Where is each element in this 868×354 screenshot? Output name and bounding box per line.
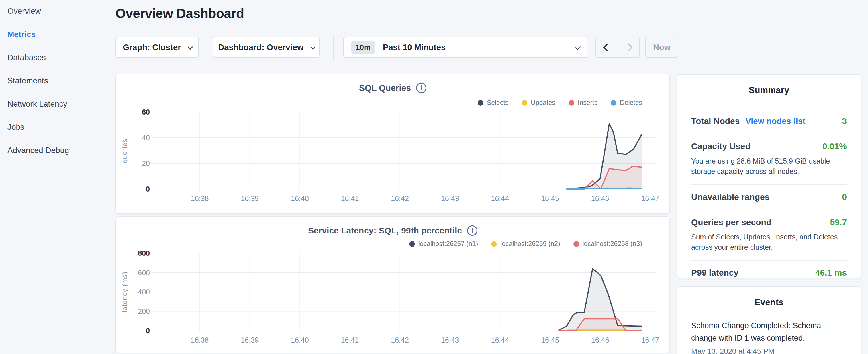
- sidebar-item-network-latency[interactable]: Network Latency: [7, 99, 67, 108]
- service-latency-chart-card: Service Latency: SQL, 99th percentile i …: [116, 216, 670, 353]
- summary-row: Total NodesView nodes list3: [691, 109, 847, 134]
- event-text: Schema Change Completed: Schema change w…: [691, 320, 847, 344]
- time-range-label: Past 10 Minutes: [383, 43, 445, 52]
- svg-text:16:47: 16:47: [641, 336, 659, 344]
- sidebar-item-statements[interactable]: Statements: [7, 76, 48, 85]
- svg-text:16:39: 16:39: [241, 194, 259, 202]
- sidebar-item-overview[interactable]: Overview: [7, 7, 41, 16]
- summary-row-value: 46.1 ms: [815, 268, 847, 278]
- dashboard-dropdown-label: Dashboard: Overview: [218, 43, 304, 52]
- summary-row-value: 0: [842, 192, 847, 202]
- svg-text:16:42: 16:42: [391, 194, 409, 202]
- summary-row: Unavailable ranges0: [691, 185, 847, 210]
- summary-title: Summary: [691, 85, 847, 95]
- event-timestamp: May 13, 2020 at 4:45 PM: [691, 347, 847, 354]
- chevron-right-icon: [625, 43, 633, 51]
- sidebar-item-advanced-debug[interactable]: Advanced Debug: [7, 146, 69, 155]
- summary-row-label: Capacity Used: [691, 141, 750, 151]
- svg-text:20: 20: [142, 159, 150, 167]
- svg-text:16:39: 16:39: [241, 336, 259, 344]
- svg-text:40: 40: [142, 134, 150, 142]
- events-title: Events: [691, 297, 847, 308]
- now-button[interactable]: Now: [645, 37, 678, 58]
- svg-text:60: 60: [142, 108, 150, 116]
- svg-text:16:40: 16:40: [291, 336, 309, 344]
- svg-text:600: 600: [138, 269, 150, 277]
- sql-queries-chart-card: SQL Queries i SelectsUpdatesInsertsDelet…: [116, 74, 670, 214]
- svg-text:16:45: 16:45: [541, 194, 559, 202]
- summary-row: Capacity Used0.01%You are using 28.6 MiB…: [691, 134, 847, 185]
- chevron-down-icon: [310, 44, 315, 49]
- sidebar-item-jobs[interactable]: Jobs: [7, 123, 24, 132]
- service-latency-chart[interactable]: 16:3816:3916:4016:4116:4216:4316:4416:45…: [116, 217, 671, 354]
- svg-text:16:43: 16:43: [441, 336, 459, 344]
- svg-text:16:41: 16:41: [341, 194, 359, 202]
- svg-text:16:38: 16:38: [191, 336, 209, 344]
- svg-text:800: 800: [138, 249, 150, 257]
- svg-text:16:46: 16:46: [591, 194, 609, 202]
- time-range-select[interactable]: 10m Past 10 Minutes: [343, 37, 587, 58]
- svg-text:16:44: 16:44: [491, 336, 509, 344]
- summary-rows: Total NodesView nodes list3Capacity Used…: [691, 109, 847, 285]
- summary-row-value: 3: [842, 116, 847, 126]
- events-panel: Events Schema Change Completed: Schema c…: [677, 286, 861, 354]
- svg-text:16:47: 16:47: [641, 194, 659, 202]
- svg-text:16:46: 16:46: [591, 336, 609, 344]
- summary-row-label: Unavailable ranges: [691, 192, 769, 202]
- svg-text:16:40: 16:40: [291, 194, 309, 202]
- sidebar-item-metrics[interactable]: Metrics: [7, 30, 35, 39]
- svg-text:0: 0: [146, 185, 150, 193]
- summary-row-value: 59.7: [830, 217, 847, 227]
- svg-text:400: 400: [138, 288, 150, 296]
- svg-text:16:43: 16:43: [441, 194, 459, 202]
- graph-dropdown-label: Graph: Cluster: [123, 43, 181, 52]
- page-title: Overview Dashboard: [116, 6, 244, 21]
- event-item[interactable]: Schema Change Completed: Schema change w…: [691, 320, 847, 354]
- events-list: Schema Change Completed: Schema change w…: [691, 320, 847, 354]
- sidebar-item-databases[interactable]: Databases: [7, 53, 46, 62]
- time-back-button[interactable]: [596, 37, 618, 57]
- summary-row: P99 latency46.1 ms: [691, 260, 847, 285]
- svg-text:16:38: 16:38: [191, 194, 209, 202]
- time-range-badge: 10m: [351, 41, 375, 54]
- summary-row-label: P99 latency: [691, 268, 739, 278]
- svg-text:0: 0: [146, 326, 150, 334]
- summary-row-description: You are using 28.6 MiB of 515.9 GiB usab…: [691, 156, 847, 177]
- chevron-down-icon: [574, 43, 581, 50]
- summary-row: Queries per second59.7Sum of Selects, Up…: [691, 210, 847, 260]
- chevron-down-icon: [187, 44, 192, 49]
- summary-row-value: 0.01%: [823, 141, 847, 151]
- summary-row-description: Sum of Selects, Updates, Inserts, and De…: [691, 232, 847, 253]
- svg-text:16:44: 16:44: [491, 194, 509, 202]
- time-window-stepper: [595, 37, 640, 58]
- time-forward-button[interactable]: [618, 37, 640, 57]
- controls-divider: [333, 35, 334, 60]
- dashboard-dropdown[interactable]: Dashboard: Overview: [213, 37, 319, 58]
- svg-text:200: 200: [138, 307, 150, 315]
- chevron-left-icon: [603, 43, 611, 51]
- summary-row-label: Total Nodes: [691, 116, 740, 126]
- svg-text:16:42: 16:42: [391, 336, 409, 344]
- graph-dropdown[interactable]: Graph: Cluster: [116, 37, 199, 58]
- svg-text:16:45: 16:45: [541, 336, 559, 344]
- summary-panel: Summary Total NodesView nodes list3Capac…: [677, 74, 861, 279]
- view-nodes-list-link[interactable]: View nodes list: [745, 117, 805, 126]
- sql-queries-chart[interactable]: 16:3816:3916:4016:4116:4216:4316:4416:45…: [116, 74, 671, 215]
- svg-text:16:41: 16:41: [341, 336, 359, 344]
- summary-row-label: Queries per second: [691, 217, 771, 227]
- sidebar: OverviewMetricsDatabasesStatementsNetwor…: [0, 0, 115, 354]
